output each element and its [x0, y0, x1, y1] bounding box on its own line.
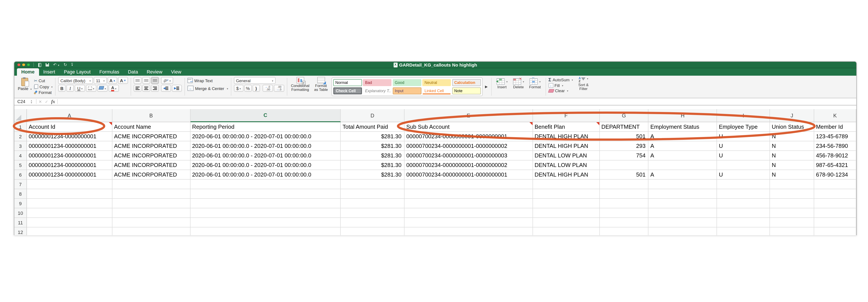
zoom-button[interactable]: [27, 63, 30, 66]
cell[interactable]: [113, 218, 190, 227]
row-header-7[interactable]: 7: [14, 180, 27, 189]
cell-H1[interactable]: Employment Status: [649, 122, 717, 132]
cell-J6[interactable]: N: [770, 170, 814, 180]
decrease-font-size-button[interactable]: A▼: [118, 77, 128, 84]
tab-home[interactable]: Home: [17, 68, 39, 76]
cell-G1[interactable]: DEPARTMENT: [599, 122, 649, 132]
style-normal[interactable]: Normal: [333, 79, 362, 86]
cell-D2[interactable]: $281.30: [341, 132, 404, 141]
cell[interactable]: [190, 199, 341, 208]
cell[interactable]: [27, 180, 113, 189]
save-icon[interactable]: [45, 63, 49, 66]
row-header-2[interactable]: 2: [14, 132, 27, 141]
col-header-E[interactable]: E: [404, 109, 533, 122]
cell[interactable]: [404, 189, 533, 199]
cell[interactable]: [533, 227, 600, 235]
increase-decimal-button[interactable]: .00→.0: [274, 85, 284, 92]
italic-button[interactable]: I: [66, 85, 74, 92]
row-header-10[interactable]: 10: [14, 208, 27, 218]
cell[interactable]: [190, 180, 341, 189]
cell[interactable]: [113, 199, 190, 208]
row-header-9[interactable]: 9: [14, 199, 27, 208]
cell-G3[interactable]: 293: [599, 141, 649, 151]
cell-D4[interactable]: $281.30: [341, 151, 404, 161]
clear-button[interactable]: Clear▾: [548, 88, 573, 93]
cell[interactable]: [341, 199, 404, 208]
comma-format-button[interactable]: ): [252, 85, 260, 92]
tab-page-layout[interactable]: Page Layout: [59, 68, 95, 76]
cell[interactable]: [599, 180, 649, 189]
cell-K2[interactable]: 123-45-6789: [814, 132, 856, 141]
cell-B1[interactable]: Account Name: [113, 122, 190, 132]
cell[interactable]: [649, 180, 717, 189]
row-header-12[interactable]: 12: [14, 227, 27, 235]
cell-B2[interactable]: ACME INCORPORATED: [113, 132, 190, 141]
cell[interactable]: [27, 189, 113, 199]
cell[interactable]: [404, 227, 533, 235]
cell-F3[interactable]: DENTAL HIGH PLAN: [533, 141, 600, 151]
cell[interactable]: [814, 199, 856, 208]
format-cells-button[interactable]: ▾ Format: [527, 78, 543, 89]
align-top-button[interactable]: [133, 77, 141, 84]
cell[interactable]: [27, 218, 113, 227]
cell-I2[interactable]: U: [717, 132, 770, 141]
cell[interactable]: [770, 218, 814, 227]
cell[interactable]: [717, 218, 770, 227]
cell-G4[interactable]: 754: [599, 151, 649, 161]
cell[interactable]: [770, 208, 814, 218]
cell-K5[interactable]: 987-65-4321: [814, 161, 856, 170]
cell-H6[interactable]: A: [649, 170, 717, 180]
cell[interactable]: [717, 227, 770, 235]
bold-button[interactable]: B: [58, 85, 65, 92]
cell[interactable]: [533, 189, 600, 199]
cell-I5[interactable]: [717, 161, 770, 170]
cell[interactable]: [27, 208, 113, 218]
sort-filter-button[interactable]: AZ▾ Sort & Filter: [577, 77, 590, 91]
tab-formulas[interactable]: Formulas: [95, 68, 124, 76]
cell-E6[interactable]: 00000700234-0000000001-0000000001: [404, 170, 533, 180]
cell[interactable]: [770, 189, 814, 199]
decrease-decimal-button[interactable]: ←.0.00: [262, 85, 273, 92]
wrap-text-button[interactable]: Wrap Text: [187, 77, 228, 84]
cell[interactable]: [649, 227, 717, 235]
cell[interactable]: [770, 180, 814, 189]
conditional-formatting-button[interactable]: Conditional Formatting: [290, 77, 311, 97]
style-input[interactable]: Input: [393, 87, 421, 94]
cell-J2[interactable]: N: [770, 132, 814, 141]
increase-font-size-button[interactable]: A▲: [107, 77, 117, 84]
customize-toolbar-icon[interactable]: ▾: [71, 63, 73, 67]
col-header-A[interactable]: A: [27, 109, 113, 122]
cell-K1[interactable]: Member Id: [814, 122, 856, 132]
font-size-select[interactable]: 11▾: [94, 77, 107, 84]
row-header-1[interactable]: 1: [14, 122, 27, 132]
cell-B3[interactable]: ACME INCORPORATED: [113, 141, 190, 151]
cell[interactable]: [533, 208, 600, 218]
format-as-table-button[interactable]: Format as Table: [312, 77, 330, 97]
cell[interactable]: [113, 208, 190, 218]
cell-E4[interactable]: 00000700234-0000000001-0000000003: [404, 151, 533, 161]
cell[interactable]: [533, 218, 600, 227]
cell[interactable]: [814, 189, 856, 199]
col-header-B[interactable]: B: [113, 109, 190, 122]
cell-F2[interactable]: DENTAL HIGH PLAN: [533, 132, 600, 141]
borders-button[interactable]: ▾: [86, 85, 96, 92]
cell[interactable]: [341, 227, 404, 235]
style-note[interactable]: Note: [452, 87, 480, 94]
select-all-corner[interactable]: [14, 109, 27, 122]
cell[interactable]: [113, 189, 190, 199]
cell-G2[interactable]: 501: [599, 132, 649, 141]
cell[interactable]: [599, 218, 649, 227]
undo-icon[interactable]: ↶: [53, 63, 57, 67]
row-header-3[interactable]: 3: [14, 141, 27, 151]
cell[interactable]: [533, 199, 600, 208]
cell-B4[interactable]: ACME INCORPORATED: [113, 151, 190, 161]
cell[interactable]: [770, 227, 814, 235]
autosum-button[interactable]: ΣAutoSum▾: [548, 77, 573, 82]
cell-D5[interactable]: $281.30: [341, 161, 404, 170]
cell-I3[interactable]: U: [717, 141, 770, 151]
style-linked-cell[interactable]: Linked Cell: [422, 87, 451, 94]
name-box[interactable]: C24: [16, 99, 30, 104]
currency-format-button[interactable]: $▾: [234, 85, 243, 92]
cell-F4[interactable]: DENTAL LOW PLAN: [533, 151, 600, 161]
cell[interactable]: [649, 208, 717, 218]
